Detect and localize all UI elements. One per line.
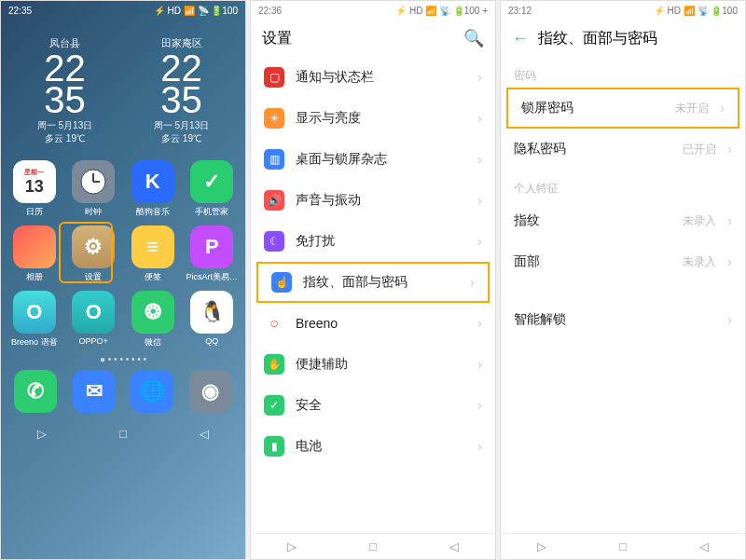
row-label: 通知与状态栏 — [296, 69, 466, 86]
row-icon: 🔊 — [264, 190, 284, 211]
chevron-right-icon: › — [470, 275, 475, 290]
row-label: 面部 — [514, 253, 671, 270]
row-label: 显示与亮度 — [296, 110, 466, 127]
status-bar: 23:12 ⚡ HD 📶 📡 🔋100 — [501, 1, 745, 20]
nav-home-icon[interactable]: □ — [119, 427, 127, 441]
clock-widget[interactable]: 田家庵区 22 35 周一 5月13日 多云 19℃ — [154, 36, 209, 145]
settings-row[interactable]: 锁屏密码 未开启 › — [506, 88, 739, 129]
back-icon[interactable]: ← — [512, 29, 529, 48]
app-label: QQ — [205, 336, 218, 346]
settings-row[interactable]: 隐私密码 已开启 › — [501, 129, 745, 170]
section-header-password: 密码 — [501, 57, 745, 88]
oppo-icon: O — [72, 291, 115, 334]
settings-row[interactable]: ○ Breeno › — [251, 303, 495, 344]
settings-row[interactable]: ✋ 便捷辅助 › — [251, 344, 495, 385]
app-label: 酷狗音乐 — [136, 206, 170, 218]
app-grid: 星期一13 日历 时钟 K 酷狗音乐 ✓ 手机管家 相册 ⚙ 设置 ≡ 便签 P… — [1, 155, 245, 348]
row-label: 电池 — [296, 438, 466, 455]
app-clock[interactable]: 时钟 — [66, 160, 122, 218]
camera-icon: ◉ — [189, 370, 232, 413]
chevron-right-icon: › — [727, 142, 732, 157]
row-icon: ☾ — [264, 231, 284, 252]
nav-bar: ◁ □ ◁ — [251, 533, 495, 559]
widget-weather: 多云 19℃ — [154, 132, 209, 145]
settings-row[interactable]: ☀ 显示与亮度 › — [251, 98, 495, 139]
row-icon: ✓ — [264, 395, 284, 416]
chevron-right-icon: › — [477, 439, 482, 454]
chevron-right-icon: › — [727, 213, 732, 228]
settings-row[interactable]: ☝ 指纹、面部与密码 › — [256, 262, 490, 303]
status-indicators: ⚡ HD 📶 📡 🔋100 — [654, 6, 738, 16]
chevron-right-icon: › — [477, 152, 482, 167]
settings-row[interactable]: 智能解锁 › — [501, 299, 745, 340]
nav-recent-icon[interactable]: ◁ — [537, 540, 546, 553]
nav-bar: ◁ □ ◁ — [1, 420, 245, 446]
settings-row[interactable]: 🔊 声音与振动 › — [251, 180, 495, 221]
app-calendar[interactable]: 星期一13 日历 — [7, 160, 62, 218]
msg-icon: ✉ — [73, 370, 116, 413]
settings-icon: ⚙ — [72, 225, 115, 268]
row-label: 声音与振动 — [296, 192, 466, 209]
app-kugou[interactable]: K 酷狗音乐 — [125, 160, 181, 218]
app-breeno[interactable]: O Breeno 语音 — [7, 291, 62, 348]
nav-recent-icon[interactable]: ◁ — [287, 540, 297, 553]
app-label: OPPO+ — [79, 336, 108, 346]
nav-home-icon[interactable]: □ — [369, 540, 377, 553]
nav-recent-icon[interactable]: ◁ — [37, 427, 47, 441]
chevron-right-icon: › — [477, 234, 482, 249]
app-picsart[interactable]: P PicsArt美易… — [185, 225, 241, 283]
chevron-right-icon: › — [477, 398, 482, 413]
settings-list: ▢ 通知与状态栏 › ☀ 显示与亮度 › ▥ 桌面与锁屏杂志 › 🔊 声音与振动… — [251, 57, 495, 533]
row-icon: ▮ — [264, 436, 284, 457]
settings-row[interactable]: ☾ 免打扰 › — [251, 221, 495, 262]
status-time: 22:35 — [8, 6, 32, 16]
widget-date: 周一 5月13日 — [37, 119, 92, 132]
dock-msg[interactable]: ✉ — [73, 370, 116, 413]
dock-browser[interactable]: 🌐 — [131, 370, 173, 413]
nav-home-icon[interactable]: □ — [619, 540, 627, 553]
qq-icon: 🐧 — [190, 291, 233, 334]
clock-widget[interactable]: 凤台县 22 35 周一 5月13日 多云 19℃ — [37, 36, 92, 145]
widget-weather: 多云 19℃ — [37, 132, 92, 145]
widget-date: 周一 5月13日 — [154, 119, 209, 132]
app-guard[interactable]: ✓ 手机管家 — [185, 160, 241, 218]
dock-camera[interactable]: ◉ — [189, 370, 232, 413]
settings-row[interactable]: ✓ 安全 › — [251, 385, 495, 426]
settings-row[interactable]: ▢ 通知与状态栏 › — [251, 57, 495, 98]
header: 设置 🔍 — [251, 20, 495, 57]
row-label: Breeno — [296, 316, 466, 331]
nav-back-icon[interactable]: ◁ — [699, 540, 709, 553]
settings-row[interactable]: 面部 未录入 › — [501, 241, 745, 282]
status-bar: 22:36 ⚡ HD 📶 📡 🔋100 + — [251, 1, 495, 20]
calendar-icon: 星期一13 — [13, 160, 56, 203]
nav-back-icon[interactable]: ◁ — [449, 540, 459, 553]
app-gallery[interactable]: 相册 — [7, 225, 62, 283]
settings-row[interactable]: ▮ 电池 › — [251, 426, 495, 467]
settings-row[interactable]: ▥ 桌面与锁屏杂志 › — [251, 139, 495, 180]
app-notes[interactable]: ≡ 便签 — [125, 225, 181, 283]
row-icon: ☝ — [271, 272, 292, 293]
app-settings[interactable]: ⚙ 设置 — [66, 225, 122, 283]
search-icon[interactable]: 🔍 — [463, 28, 484, 48]
app-label: 便签 — [145, 271, 161, 283]
app-oppo[interactable]: O OPPO+ — [66, 291, 122, 348]
status-time: 23:12 — [508, 6, 532, 16]
dock-phone[interactable]: ✆ — [14, 370, 57, 413]
clock-icon — [72, 160, 115, 203]
app-qq[interactable]: 🐧 QQ — [185, 291, 241, 348]
breeno-icon: O — [13, 291, 56, 334]
widget-location: 田家庵区 — [154, 36, 209, 50]
row-icon: ▥ — [264, 149, 284, 170]
notes-icon: ≡ — [131, 225, 174, 268]
chevron-right-icon: › — [477, 193, 482, 208]
phone-home-screen: 22:35 ⚡ HD 📶 📡 🔋100 凤台县 22 35 周一 5月13日 多… — [0, 0, 246, 560]
gallery-icon — [13, 225, 56, 268]
widget-minute: 35 — [154, 84, 209, 116]
chevron-right-icon: › — [727, 312, 732, 327]
nav-back-icon[interactable]: ◁ — [200, 427, 209, 441]
section-header-biometrics: 个人特征 — [501, 170, 745, 200]
chevron-right-icon: › — [477, 357, 482, 372]
app-label: 设置 — [85, 271, 102, 283]
settings-row[interactable]: 指纹 未录入 › — [501, 200, 745, 241]
app-wechat[interactable]: ❂ 微信 — [125, 291, 181, 348]
